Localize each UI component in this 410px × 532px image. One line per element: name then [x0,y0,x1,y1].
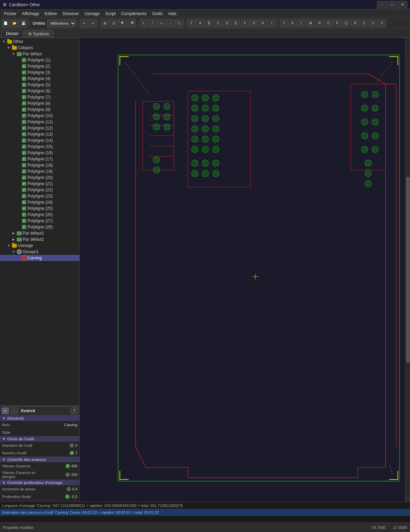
save-button[interactable]: 💾 [19,19,27,27]
toggle-carving[interactable] [16,256,21,260]
tree-poly-1[interactable]: Polyligne (1) [0,57,79,63]
tool-btn-23[interactable]: Q [342,19,351,27]
props-list-tab[interactable]: ≡ [1,407,9,414]
tool-btn-16[interactable]: J [280,19,288,27]
tree-poly-25[interactable]: Polyligne (25) [0,205,79,212]
tree-poly-14[interactable]: Polyligne (14) [0,137,79,144]
zoom-in-button[interactable]: 🔍 [119,19,127,27]
open-button[interactable]: 📂 [10,19,19,27]
prop-tool-num-value[interactable]: 7 [40,451,78,455]
circle-button[interactable]: ○ [166,19,175,27]
menu-aide[interactable]: Aide [165,11,179,17]
tree-poly-22[interactable]: Polyligne (22) [0,187,79,193]
tree-poly-13[interactable]: Polyligne (13) [0,131,79,137]
vertical-scrollbar[interactable] [405,38,410,502]
tree-carving[interactable]: Carving [0,255,79,261]
tree-root[interactable]: ▼ Other [0,38,79,45]
tree-poly-10[interactable]: Polyligne (10) [0,113,79,119]
tool-btn-7[interactable]: A [196,19,204,27]
zoom-out-button[interactable]: 🔎 [128,19,136,27]
toggle-calques[interactable]: ▼ [6,45,11,50]
tool-btn-17[interactable]: K [289,19,297,27]
poly-button[interactable]: ⬡ [175,19,184,27]
tree-poly-21[interactable]: Polyligne (21) [0,181,79,187]
tree-area[interactable]: ▼ Other ▼ Calques ▼ Par défaut [0,38,79,406]
maximize-button[interactable]: □ [387,1,397,9]
props-sort-tab[interactable]: ↕ [10,407,18,414]
new-button[interactable]: 📄 [1,19,10,27]
tree-groupe1[interactable]: ▼ Groupe1 [0,249,79,255]
tool-btn-14[interactable]: H [259,19,267,27]
tool-btn-11[interactable]: E [232,19,240,27]
tree-poly-17[interactable]: Polyligne (17) [0,156,79,162]
grid-button[interactable]: ⊞ [101,19,109,27]
tree-usinage[interactable]: ▼ Usinage [0,242,79,249]
tool-btn-25[interactable]: S [360,19,368,27]
units-select[interactable]: Millimètres Pouces [47,20,76,27]
tool-btn-15[interactable]: I [268,19,276,27]
tree-poly-24[interactable]: Polyligne (24) [0,199,79,205]
tree-poly-4[interactable]: Polyligne (4) [0,76,79,82]
tree-poly-11[interactable]: Polyligne (11) [0,119,79,125]
tree-poly-19[interactable]: Polyligne (19) [0,168,79,174]
tree-poly-12[interactable]: Polyligne (12) [0,125,79,131]
prop-section-general[interactable]: ▼ (Général) [0,416,79,421]
scroll-thumb[interactable] [406,177,410,362]
tree-par-defaut1[interactable]: ▶ Par défaut1 [0,230,79,236]
tree-poly-23[interactable]: Polyligne (23) [0,193,79,199]
prop-section-tool[interactable]: ▼ Choix de l'outil [0,436,79,442]
tree-poly-18[interactable]: Polyligne (18) [0,162,79,168]
tree-poly-8[interactable]: Polyligne (8) [0,100,79,106]
menu-edition[interactable]: Edition [42,11,60,17]
tree-par-defaut2[interactable]: ▶ Par défaut2 [0,236,79,242]
rect-button[interactable]: ▭ [157,19,166,27]
toggle-groupe1[interactable]: ▼ [11,249,16,254]
tree-poly-7[interactable]: Polyligne (7) [0,94,79,100]
tree-poly-6[interactable]: Polyligne (6) [0,88,79,94]
tree-poly-20[interactable]: Polyligne (20) [0,174,79,181]
tool-btn-24[interactable]: R [351,19,359,27]
prop-diameter-value[interactable]: 0 [40,443,78,448]
undo-button[interactable]: ↩ [80,19,88,27]
tool-btn-27[interactable]: V [378,19,386,27]
tool-btn-22[interactable]: P [333,19,342,27]
prop-nom-value[interactable]: Carving [40,423,78,427]
tree-poly-15[interactable]: Polyligne (15) [0,144,79,150]
tree-poly-3[interactable]: Polyligne (3) [0,69,79,76]
tool-btn-26[interactable]: U [369,19,377,27]
toggle-par-defaut2[interactable]: ▶ [11,237,16,242]
menu-affichage[interactable]: Affichage [19,11,42,17]
menu-compléments[interactable]: Compléments [119,11,149,17]
prop-plunge-speed-value[interactable]: 150 [40,473,78,477]
line-button[interactable]: ╱ [148,19,157,27]
tool-btn-12[interactable]: F [241,19,249,27]
prop-feed-speed-value[interactable]: 400 [40,464,78,468]
tool-btn-13[interactable]: G [250,19,258,27]
toggle-root[interactable]: ▼ [1,39,6,44]
tool-btn-18[interactable]: L [298,19,306,27]
toggle-par-defaut[interactable]: ▼ [11,52,16,56]
tree-par-defaut[interactable]: ▼ Par défaut [0,51,79,57]
tool-btn-21[interactable]: O [324,19,333,27]
prop-step-value[interactable]: 0.4 [40,487,78,491]
redo-button[interactable]: ↪ [89,19,97,27]
prop-section-depth[interactable]: ▼ Contrôle profondeur d'usinage [0,480,79,485]
close-button[interactable]: ✕ [398,1,407,9]
tool-btn-10[interactable]: D [223,19,231,27]
tree-poly-28[interactable]: Polyligne (28) [0,224,79,230]
tree-poly-26[interactable]: Polyligne (26) [0,212,79,218]
menu-usinage[interactable]: Usinage [82,11,102,17]
tool-btn-8[interactable]: B [205,19,213,27]
props-help-tab[interactable]: ? [70,407,78,414]
tree-poly-9[interactable]: Polyligne (9) [0,106,79,113]
tab-dessin[interactable]: Dessin [1,30,23,37]
tree-poly-27[interactable]: Polyligne (27) [0,218,79,224]
menu-outils[interactable]: Outils [149,11,166,17]
menu-dessiner[interactable]: Dessiner [60,11,82,17]
tree-poly-2[interactable]: Polyligne (2) [0,63,79,69]
toggle-usinage[interactable]: ▼ [6,243,11,248]
select-button[interactable]: ↖ [140,19,148,27]
tree-poly-16[interactable]: Polyligne (16) [0,150,79,156]
toggle-par-defaut1[interactable]: ▶ [11,231,16,236]
tool-btn-6[interactable]: T [187,19,196,27]
